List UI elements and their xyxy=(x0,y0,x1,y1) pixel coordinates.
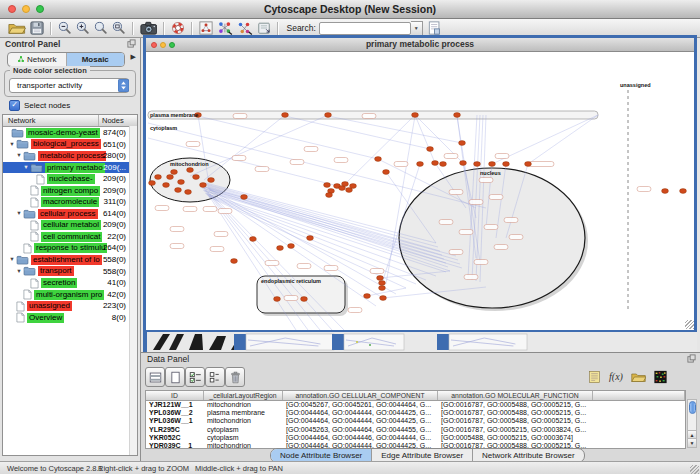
network-node[interactable] xyxy=(324,183,331,188)
select-attributes-button[interactable] xyxy=(185,367,205,387)
network-node[interactable] xyxy=(662,189,669,194)
window-resize-grip[interactable] xyxy=(690,465,699,474)
tab-overflow-button[interactable]: ▶ xyxy=(131,53,136,61)
network-canvas[interactable]: plasma membranecytoplasmmitochondrionnuc… xyxy=(146,52,694,330)
network-node[interactable] xyxy=(187,168,194,173)
network-node[interactable] xyxy=(178,180,185,185)
network-window-titlebar[interactable]: primary metabolic process xyxy=(146,38,694,52)
zoom-out-icon[interactable] xyxy=(58,20,72,37)
network-node[interactable] xyxy=(250,237,257,242)
network-node[interactable] xyxy=(379,281,386,286)
attribute-matrix-button[interactable] xyxy=(145,367,165,387)
open-folder-icon[interactable] xyxy=(8,20,26,37)
function-builder-button[interactable]: f(x) xyxy=(606,368,626,385)
network-node[interactable] xyxy=(459,141,466,146)
tree-row-response-to-stimulu[interactable]: response to stimulu264(0) xyxy=(3,242,137,254)
network-node[interactable] xyxy=(525,162,532,167)
network-node[interactable] xyxy=(193,175,200,180)
table-row[interactable]: YJR121W__1mitochondrion[GO:0045267, GO:0… xyxy=(146,401,685,409)
network-node[interactable] xyxy=(427,147,434,152)
table-column-header[interactable]: _cellularLayoutRegion xyxy=(204,391,283,400)
table-row[interactable]: YLR295Ccytoplasm[GO:0045263, GO:0044464,… xyxy=(146,426,685,434)
tree-row-cellular-metabol[interactable]: cellular metabol209(0) xyxy=(3,219,137,231)
float-panel-icon[interactable] xyxy=(127,39,136,48)
table-column-header[interactable]: annotation.GO CELLULAR_COMPONENT xyxy=(283,391,438,400)
network-overview-icon[interactable] xyxy=(199,20,213,37)
import-attributes-button[interactable] xyxy=(628,368,648,385)
attribute-editor-button[interactable] xyxy=(584,368,604,385)
network-node[interactable] xyxy=(307,236,314,241)
network-node[interactable] xyxy=(342,182,349,187)
network-node[interactable] xyxy=(417,162,424,167)
network-node[interactable] xyxy=(474,162,481,167)
network-node[interactable] xyxy=(277,246,284,251)
network-node[interactable] xyxy=(503,162,510,167)
network-node[interactable] xyxy=(680,189,687,194)
network-node[interactable] xyxy=(200,183,207,188)
network-node[interactable] xyxy=(185,190,192,195)
disclosure-triangle-icon[interactable]: ▼ xyxy=(22,162,30,174)
network-node[interactable] xyxy=(380,296,387,301)
tree-column-network[interactable]: Network xyxy=(8,115,36,126)
tree-row-primary-metabo[interactable]: ▼primary metabo209(... xyxy=(3,162,137,174)
network-window-resize-grip[interactable] xyxy=(685,320,694,329)
help-ring-icon[interactable] xyxy=(171,20,185,37)
network-node[interactable] xyxy=(350,184,357,189)
disclosure-triangle-icon[interactable]: ▼ xyxy=(15,150,23,162)
tree-column-nodes[interactable]: Nodes xyxy=(102,115,124,126)
zoom-selected-icon[interactable] xyxy=(94,20,108,37)
disclosure-triangle-icon[interactable]: ▼ xyxy=(8,139,16,151)
tree-row-cell-communicat[interactable]: cell communicat22(0) xyxy=(3,231,137,243)
network-node[interactable] xyxy=(364,294,371,299)
tree-row-secretion[interactable]: secretion41(0) xyxy=(3,277,137,289)
filter-network-icon[interactable] xyxy=(237,20,253,37)
disclosure-triangle-icon[interactable]: ▼ xyxy=(15,266,23,278)
network-node[interactable] xyxy=(274,297,281,302)
new-attribute-button[interactable] xyxy=(165,367,185,387)
node-color-dropdown[interactable]: transporter activity xyxy=(9,78,129,93)
network-node[interactable] xyxy=(454,113,461,118)
tree-row-overview[interactable]: Overview8(0) xyxy=(3,312,137,324)
table-scrollbar-thumb[interactable] xyxy=(689,401,696,414)
disclosure-triangle-icon[interactable]: ▼ xyxy=(15,208,23,220)
float-panel-icon[interactable] xyxy=(687,354,696,363)
tree-row-multi-organism-pro[interactable]: multi-organism pro42(0) xyxy=(3,289,137,301)
delete-attribute-button[interactable] xyxy=(225,367,245,387)
select-nodes-checkbox[interactable]: ✓ xyxy=(9,100,20,111)
network-node[interactable] xyxy=(171,170,178,175)
network-node[interactable] xyxy=(282,113,289,118)
tree-row-mosaic-demo-yeast[interactable]: mosaic-demo-yeast874(0) xyxy=(3,127,137,139)
tree-row-macromolecule[interactable]: macromolecule311(0) xyxy=(3,196,137,208)
background-window-edge[interactable] xyxy=(332,334,344,350)
zoom-in-icon[interactable] xyxy=(76,20,90,37)
tree-row-transport[interactable]: ▼transport558(0) xyxy=(3,266,137,278)
network-node[interactable] xyxy=(440,162,447,167)
table-scrollbar[interactable]: ▲ ▼ xyxy=(687,399,697,448)
network-node[interactable] xyxy=(155,175,162,180)
unselect-attributes-button[interactable] xyxy=(205,367,225,387)
vizmapper-icon[interactable] xyxy=(217,20,233,37)
tree-row-nitrogen-compo[interactable]: nitrogen compo209(0) xyxy=(3,185,137,197)
network-node[interactable] xyxy=(460,161,467,166)
network-node[interactable] xyxy=(377,276,384,281)
network-node[interactable] xyxy=(149,181,156,186)
network-node[interactable] xyxy=(288,244,295,249)
tab-network[interactable]: Network xyxy=(8,53,67,66)
network-node[interactable] xyxy=(375,157,382,162)
annotation-sheet-icon[interactable] xyxy=(428,20,440,37)
tree-row-establishment-of-lo[interactable]: ▼establishment of lo558(0) xyxy=(3,254,137,266)
network-node[interactable] xyxy=(163,183,170,188)
network-node[interactable] xyxy=(412,113,419,118)
disclosure-triangle-icon[interactable]: ▼ xyxy=(8,254,16,266)
network-node[interactable] xyxy=(208,178,215,183)
table-row[interactable]: YKR052Ccytoplasm[GO:0044464, GO:0044446,… xyxy=(146,434,685,442)
table-row[interactable]: YPL036W__2plasma membrane[GO:0044464, GO… xyxy=(146,409,685,417)
search-input[interactable] xyxy=(319,22,411,35)
network-node[interactable] xyxy=(379,286,386,291)
network-node[interactable] xyxy=(231,259,238,264)
search-dropdown-button[interactable]: ▼ xyxy=(411,21,423,36)
tree-row-unassigned[interactable]: unassigned223(0) xyxy=(3,300,137,312)
tree-scrollbar[interactable] xyxy=(129,126,137,455)
table-column-header[interactable]: ID xyxy=(146,391,204,400)
tree-row-cellular-process[interactable]: ▼cellular process614(0) xyxy=(3,208,137,220)
